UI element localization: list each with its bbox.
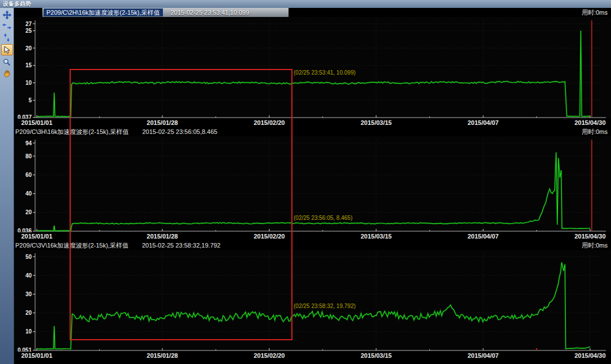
svg-text:80: 80 <box>25 153 32 159</box>
chart-header-tab: P209/C\2H\16k加速度波形(2-15k),采样值 2015-02-25… <box>42 8 289 17</box>
cursor-annotation: (02/25 23:53:41, 10.099) <box>294 70 356 76</box>
cursor-timestamp: 2015-02-25 23:58:32,19.792 <box>142 242 221 249</box>
horizontal-arrows-icon <box>2 23 11 30</box>
svg-text:0.051: 0.051 <box>18 347 32 352</box>
elapsed-time: 用时:0ms <box>582 241 608 250</box>
plot-area-3v[interactable]: 50403020100.051 (02/25 23:58:32, 19.792) <box>14 250 611 352</box>
x-axis-labels: 2015/01/012015/01/282015/02/202015/03/15… <box>14 119 611 127</box>
svg-text:27: 27 <box>25 21 32 27</box>
window-title: 设备多趋势 <box>3 1 31 7</box>
x-tick-label: 2015/03/15 <box>360 119 391 126</box>
x-tick-label: 2015/02/20 <box>253 119 285 126</box>
hand-icon <box>3 69 11 77</box>
plot-area-2h[interactable]: 272520151050.037 (02/25 23:53:41, 10.099… <box>14 17 611 119</box>
cursor-timestamp: 2015-02-25 23:56:05,8.465 <box>143 128 218 135</box>
vertical-zoom-tool-button[interactable] <box>1 33 12 42</box>
svg-text:15: 15 <box>25 62 32 68</box>
x-tick-label: 2015/01/01 <box>21 233 52 240</box>
svg-text:20: 20 <box>25 45 32 51</box>
x-axis-labels: 2015/01/012015/01/282015/02/202015/03/15… <box>14 232 611 241</box>
channel-name: P209/C\3V\16k加速度波形(2-15k),采样值 <box>14 241 128 250</box>
svg-text:0.036: 0.036 <box>18 228 32 232</box>
x-tick-label: 2015/04/07 <box>467 119 498 126</box>
move-arrows-icon <box>3 11 11 19</box>
x-tick-label: 2015/03/15 <box>360 352 391 359</box>
svg-text:20: 20 <box>25 209 32 215</box>
svg-text:0.037: 0.037 <box>18 114 32 119</box>
horizontal-zoom-tool-button[interactable] <box>1 21 12 31</box>
elapsed-time: 用时:0ms <box>582 8 608 17</box>
cursor-timestamp: 2015-02-25 23:53:41,10.099 <box>171 9 249 16</box>
svg-text:30: 30 <box>25 291 32 297</box>
window-titlebar[interactable]: 设备多趋势 <box>0 0 611 8</box>
x-tick-label: 2015/04/30 <box>574 119 605 126</box>
cursor-annotation: (02/25 23:58:32, 19.792) <box>294 303 356 309</box>
x-axis-labels: 2015/01/012015/01/282015/02/202015/03/15… <box>14 352 611 360</box>
elapsed-time: 用时:0ms <box>582 128 608 136</box>
x-tick-label: 2015/03/15 <box>360 233 391 240</box>
cursor-tool-button[interactable] <box>1 44 13 55</box>
charts-area: P209/C\2H\16k加速度波形(2-15k),采样值 2015-02-25… <box>14 8 611 364</box>
x-tick-label: 2015/01/28 <box>147 119 178 126</box>
plot-area-3h[interactable]: 94806040200.036 (02/25 23:56:05, 8.465) <box>14 136 611 232</box>
chart-panel-3h: P209/C\3H\16k加速度波形(2-15k),采样值 2015-02-25… <box>14 127 611 241</box>
cursor-annotation: (02/25 23:56:05, 8.465) <box>294 215 352 221</box>
chart-header-3h[interactable]: P209/C\3H\16k加速度波形(2-15k),采样值 2015-02-25… <box>14 127 611 136</box>
svg-text:25: 25 <box>25 28 32 34</box>
x-tick-label: 2015/02/20 <box>253 352 285 359</box>
move-tool-button[interactable] <box>1 10 12 20</box>
svg-text:50: 50 <box>25 254 32 260</box>
zoom-tool-button[interactable] <box>1 57 12 67</box>
magnifier-icon <box>3 58 11 66</box>
svg-text:60: 60 <box>25 172 32 178</box>
left-toolbar <box>0 8 14 364</box>
channel-name: P209/C\3H\16k加速度波形(2-15k),采样值 <box>14 128 129 136</box>
chart-panel-3v: P209/C\3V\16k加速度波形(2-15k),采样值 2015-02-25… <box>14 241 611 360</box>
svg-text:5: 5 <box>28 97 32 103</box>
x-tick-label: 2015/04/07 <box>467 233 498 240</box>
vertical-arrows-icon <box>3 33 10 42</box>
svg-text:10: 10 <box>25 328 32 335</box>
plot-svg-3v: 50403020100.051 <box>14 250 611 352</box>
chart-panel-2h: P209/C\2H\16k加速度波形(2-15k),采样值 2015-02-25… <box>14 8 611 127</box>
channel-name: P209/C\2H\16k加速度波形(2-15k),采样值 <box>44 8 163 16</box>
svg-text:10: 10 <box>25 80 32 86</box>
x-tick-label: 2015/01/01 <box>21 119 52 126</box>
chart-header-3v[interactable]: P209/C\3V\16k加速度波形(2-15k),采样值 2015-02-25… <box>14 241 611 250</box>
x-tick-label: 2015/04/30 <box>574 233 605 240</box>
pan-hand-tool-button[interactable] <box>1 68 12 78</box>
plot-svg-2h: 272520151050.037 <box>14 17 611 119</box>
svg-text:40: 40 <box>25 272 32 279</box>
x-tick-label: 2015/02/20 <box>253 233 285 240</box>
svg-text:94: 94 <box>25 140 32 146</box>
chart-header-2h[interactable]: P209/C\2H\16k加速度波形(2-15k),采样值 2015-02-25… <box>14 8 611 17</box>
x-tick-label: 2015/01/01 <box>21 352 52 359</box>
cursor-pointer-icon <box>3 46 11 54</box>
x-tick-label: 2015/01/28 <box>147 352 178 359</box>
svg-text:40: 40 <box>25 190 32 197</box>
x-tick-label: 2015/01/28 <box>147 233 178 240</box>
x-tick-label: 2015/04/07 <box>467 352 498 359</box>
x-tick-label: 2015/04/30 <box>574 352 605 359</box>
svg-text:20: 20 <box>25 310 32 316</box>
